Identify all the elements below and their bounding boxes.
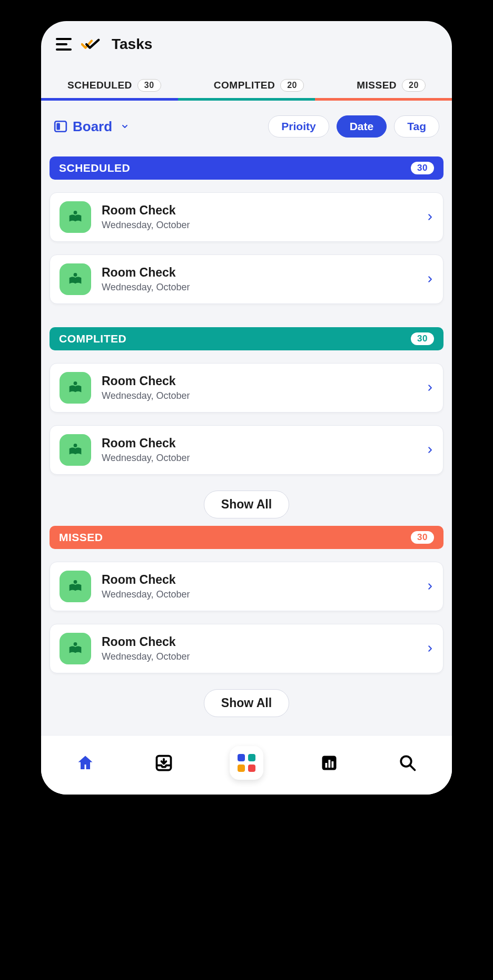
show-all-button[interactable]: Show All bbox=[204, 491, 289, 518]
task-icon bbox=[60, 372, 91, 404]
board-icon bbox=[54, 120, 67, 133]
page-title: Tasks bbox=[112, 36, 152, 53]
task-info: Room Check Wednesday, October bbox=[102, 266, 416, 293]
svg-point-4 bbox=[74, 381, 77, 385]
filter-tag[interactable]: Tag bbox=[394, 115, 439, 138]
task-info: Room Check Wednesday, October bbox=[102, 635, 416, 662]
section-header-completed[interactable]: COMPLITED 30 bbox=[50, 327, 443, 350]
status-tabs: SCHEDULED 30 COMPLITED 20 MISSED 20 bbox=[41, 62, 452, 98]
task-subtitle: Wednesday, October bbox=[102, 390, 416, 401]
tab-underline bbox=[41, 98, 452, 101]
section-count: 30 bbox=[411, 332, 434, 345]
task-card[interactable]: Room Check Wednesday, October bbox=[50, 363, 443, 413]
task-info: Room Check Wednesday, October bbox=[102, 436, 416, 464]
tab-label: SCHEDULED bbox=[67, 80, 132, 91]
section-label: MISSED bbox=[59, 531, 103, 544]
section-header-missed[interactable]: MISSED 30 bbox=[50, 526, 443, 549]
inbox-icon bbox=[154, 753, 173, 772]
top-bar: Tasks bbox=[41, 21, 452, 62]
view-label: Board bbox=[73, 119, 112, 135]
chevron-right-icon bbox=[426, 643, 433, 655]
filter-chips: Prioity Date Tag bbox=[268, 115, 439, 138]
menu-icon[interactable] bbox=[56, 38, 72, 51]
stats-icon bbox=[320, 753, 339, 772]
tab-completed[interactable]: COMPLITED 20 bbox=[214, 79, 304, 98]
tab-count: 30 bbox=[137, 79, 161, 92]
task-icon bbox=[60, 201, 91, 233]
tab-count: 20 bbox=[280, 79, 304, 92]
section-header-scheduled[interactable]: SCHEDULED 30 bbox=[50, 156, 443, 180]
task-subtitle: Wednesday, October bbox=[102, 220, 416, 231]
svg-point-3 bbox=[74, 273, 77, 277]
svg-point-2 bbox=[74, 211, 77, 214]
task-title: Room Check bbox=[102, 266, 416, 280]
show-all-button[interactable]: Show All bbox=[204, 689, 289, 717]
tab-count: 20 bbox=[402, 79, 426, 92]
task-card[interactable]: Room Check Wednesday, October bbox=[50, 192, 443, 242]
task-icon bbox=[60, 434, 91, 466]
filter-priority[interactable]: Prioity bbox=[268, 115, 329, 138]
chevron-right-icon bbox=[426, 382, 433, 394]
task-title: Room Check bbox=[102, 573, 416, 587]
section-count: 30 bbox=[411, 162, 434, 174]
task-subtitle: Wednesday, October bbox=[102, 651, 416, 662]
chevron-right-icon bbox=[426, 211, 433, 223]
svg-line-14 bbox=[410, 766, 415, 770]
apps-icon bbox=[238, 754, 255, 772]
nav-inbox[interactable] bbox=[152, 751, 176, 775]
task-info: Room Check Wednesday, October bbox=[102, 203, 416, 231]
tab-label: MISSED bbox=[357, 80, 397, 91]
task-subtitle: Wednesday, October bbox=[102, 453, 416, 464]
view-switch[interactable]: Board bbox=[54, 119, 129, 135]
svg-rect-12 bbox=[332, 761, 334, 768]
tab-label: COMPLITED bbox=[214, 80, 275, 91]
task-icon bbox=[60, 571, 91, 602]
section-count: 30 bbox=[411, 531, 434, 544]
task-title: Room Check bbox=[102, 374, 416, 388]
task-card[interactable]: Room Check Wednesday, October bbox=[50, 562, 443, 611]
nav-apps[interactable] bbox=[230, 746, 263, 780]
section-label: COMPLITED bbox=[59, 332, 126, 345]
svg-rect-11 bbox=[329, 760, 331, 768]
svg-point-6 bbox=[74, 580, 77, 584]
search-icon bbox=[398, 753, 417, 772]
svg-rect-1 bbox=[56, 123, 60, 130]
nav-stats[interactable] bbox=[317, 751, 341, 775]
task-icon bbox=[60, 263, 91, 295]
app-screen: Tasks SCHEDULED 30 COMPLITED 20 MISSED 2… bbox=[41, 21, 452, 795]
nav-home[interactable] bbox=[73, 751, 97, 775]
tasks-logo-icon bbox=[81, 38, 102, 51]
home-icon bbox=[76, 753, 95, 772]
nav-search[interactable] bbox=[396, 751, 420, 775]
svg-point-7 bbox=[74, 642, 77, 646]
bottom-nav bbox=[41, 735, 452, 795]
task-subtitle: Wednesday, October bbox=[102, 589, 416, 600]
tab-scheduled[interactable]: SCHEDULED 30 bbox=[67, 79, 161, 98]
task-card[interactable]: Room Check Wednesday, October bbox=[50, 425, 443, 475]
task-title: Room Check bbox=[102, 436, 416, 450]
chevron-down-icon bbox=[121, 122, 129, 131]
filter-date[interactable]: Date bbox=[337, 115, 387, 138]
svg-rect-10 bbox=[326, 763, 328, 768]
filter-bar: Board Prioity Date Tag bbox=[41, 101, 452, 149]
task-info: Room Check Wednesday, October bbox=[102, 573, 416, 600]
task-icon bbox=[60, 633, 91, 664]
svg-point-5 bbox=[74, 444, 77, 447]
task-card[interactable]: Room Check Wednesday, October bbox=[50, 254, 443, 304]
task-subtitle: Wednesday, October bbox=[102, 282, 416, 293]
tab-missed[interactable]: MISSED 20 bbox=[357, 79, 426, 98]
chevron-right-icon bbox=[426, 581, 433, 593]
task-title: Room Check bbox=[102, 203, 416, 218]
section-label: SCHEDULED bbox=[59, 162, 130, 174]
chevron-right-icon bbox=[426, 273, 433, 286]
svg-rect-0 bbox=[55, 121, 66, 132]
chevron-right-icon bbox=[426, 444, 433, 456]
task-info: Room Check Wednesday, October bbox=[102, 374, 416, 401]
task-title: Room Check bbox=[102, 635, 416, 649]
task-card[interactable]: Room Check Wednesday, October bbox=[50, 624, 443, 673]
